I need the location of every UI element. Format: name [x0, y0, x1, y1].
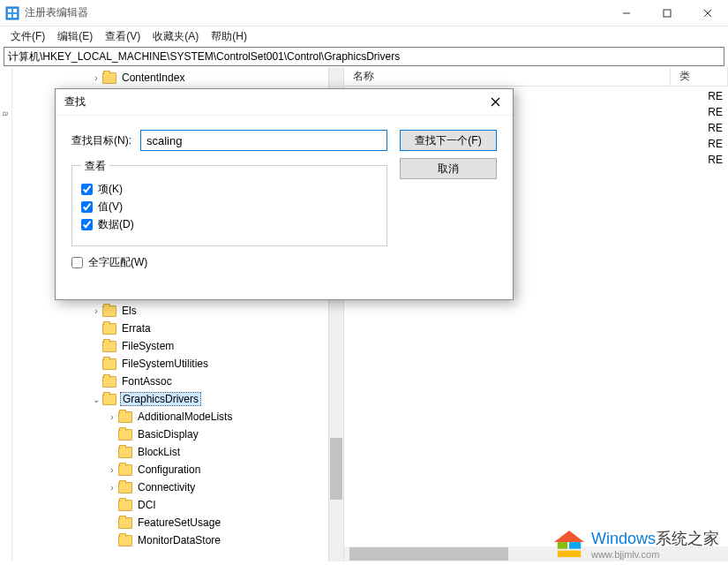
- opt-values[interactable]: 值(V): [81, 200, 378, 215]
- tree-item-label: FeatureSetUsage: [136, 516, 222, 529]
- folder-icon: [118, 535, 132, 546]
- folder-icon: [102, 323, 116, 335]
- tree-item-filesystem[interactable]: FileSystem: [39, 337, 343, 355]
- chevron-right-icon[interactable]: ›: [106, 412, 118, 422]
- window-titlebar: 注册表编辑器: [0, 0, 728, 26]
- folder-icon: [102, 305, 116, 317]
- tree-item-errata[interactable]: Errata: [39, 320, 343, 337]
- opt-wholeword-checkbox[interactable]: [71, 257, 83, 268]
- tree-item-featuresetusage[interactable]: FeatureSetUsage: [39, 514, 343, 531]
- tree-item-label: ContentIndex: [120, 72, 186, 84]
- menu-edit[interactable]: 编辑(E): [52, 27, 98, 46]
- find-target-label: 查找目标(N):: [71, 133, 131, 148]
- opt-values-checkbox[interactable]: [81, 201, 93, 213]
- menubar: 文件(F) 编辑(E) 查看(V) 收藏夹(A) 帮助(H): [0, 26, 728, 46]
- opt-data-checkbox[interactable]: [81, 219, 93, 230]
- menu-help[interactable]: 帮助(H): [206, 27, 252, 46]
- menu-view[interactable]: 查看(V): [100, 27, 146, 46]
- folder-icon: [118, 411, 132, 423]
- dialog-title: 查找: [64, 94, 477, 109]
- tree-item-label: BlockList: [136, 446, 182, 458]
- tree-item-contentindex[interactable]: ›ContentIndex: [39, 69, 343, 87]
- opt-wholeword[interactable]: 全字匹配(W): [71, 255, 387, 270]
- tree-item-label: DCI: [136, 499, 158, 511]
- tree-item-connectivity[interactable]: ›Connectivity: [39, 478, 343, 496]
- tree-item-label: MonitorDataStore: [136, 534, 222, 546]
- col-type[interactable]: 类: [671, 67, 728, 86]
- menu-file[interactable]: 文件(F): [5, 27, 50, 46]
- chevron-right-icon[interactable]: ›: [90, 73, 102, 83]
- menu-favorites[interactable]: 收藏夹(A): [147, 27, 204, 46]
- svg-rect-6: [664, 10, 671, 17]
- dialog-titlebar[interactable]: 查找: [56, 89, 513, 116]
- tree-item-configuration[interactable]: ›Configuration: [39, 461, 343, 478]
- tree-item-label: Configuration: [136, 463, 202, 476]
- tree-item-label: FileSystemUtilities: [120, 358, 210, 370]
- tree-item-dci[interactable]: DCI: [39, 496, 343, 514]
- look-at-group: 查看 项(K) 值(V) 数据(D): [71, 165, 387, 246]
- folder-icon: [118, 517, 132, 529]
- watermark: Windows系统之家 www.bjjmlv.com: [552, 528, 719, 560]
- opt-data[interactable]: 数据(D): [81, 217, 378, 232]
- cancel-button[interactable]: 取消: [400, 158, 497, 179]
- tree-item-graphicsdrivers[interactable]: ⌄GraphicsDrivers: [39, 390, 343, 408]
- tree-item-fontassoc[interactable]: FontAssoc: [39, 373, 343, 390]
- watermark-brand1: Windows: [591, 530, 656, 547]
- app-icon: [5, 6, 19, 20]
- address-bar[interactable]: 计算机\HKEY_LOCAL_MACHINE\SYSTEM\ControlSet…: [4, 47, 724, 66]
- gutter-mark: a: [1, 111, 11, 117]
- watermark-url: www.bjjmlv.com: [591, 549, 719, 560]
- tree-item-label: Els: [120, 305, 139, 317]
- tree-item-label: Errata: [120, 322, 153, 335]
- folder-icon: [102, 341, 116, 352]
- svg-rect-3: [8, 14, 11, 18]
- opt-keys-checkbox[interactable]: [81, 184, 93, 195]
- close-icon: [491, 97, 500, 107]
- tree-item-label: Connectivity: [136, 481, 197, 493]
- folder-icon: [118, 464, 132, 476]
- tree-item-additionalmodelists[interactable]: ›AdditionalModeLists: [39, 408, 343, 426]
- tree-item-els[interactable]: ›Els: [39, 302, 343, 320]
- folder-icon: [118, 429, 132, 441]
- tree-item-monitordatastore[interactable]: MonitorDataStore: [39, 531, 343, 549]
- chevron-right-icon[interactable]: ›: [90, 306, 102, 316]
- left-gutter: a: [0, 67, 12, 561]
- col-name[interactable]: 名称: [344, 67, 671, 86]
- folder-icon: [102, 72, 116, 84]
- opt-keys[interactable]: 项(K): [81, 182, 378, 197]
- svg-rect-4: [13, 14, 17, 18]
- folder-icon: [102, 376, 116, 388]
- svg-rect-14: [558, 551, 581, 558]
- maximize-button[interactable]: [647, 0, 687, 26]
- tree-item-label: AdditionalModeLists: [136, 411, 234, 423]
- house-icon: [552, 529, 586, 559]
- window-title: 注册表编辑器: [25, 5, 606, 20]
- chevron-right-icon[interactable]: ›: [106, 465, 118, 475]
- find-dialog: 查找 查找目标(N): 查看 项(K) 值(V) 数据(D) 全字匹配(W) 查…: [55, 88, 514, 300]
- tree-item-label: BasicDisplay: [136, 428, 200, 441]
- tree-item-filesystemutilities[interactable]: FileSystemUtilities: [39, 355, 343, 373]
- minimize-button[interactable]: [606, 0, 647, 26]
- folder-icon: [102, 394, 116, 405]
- look-at-legend: 查看: [81, 159, 109, 174]
- dialog-close-button[interactable]: [477, 89, 513, 116]
- close-button[interactable]: [687, 0, 728, 26]
- svg-rect-2: [13, 9, 17, 12]
- tree-item-blocklist[interactable]: BlockList: [39, 443, 343, 461]
- svg-rect-13: [569, 542, 581, 549]
- tree-item-basicdisplay[interactable]: BasicDisplay: [39, 426, 343, 443]
- scrollbar-thumb[interactable]: [330, 438, 342, 500]
- folder-icon: [102, 358, 116, 370]
- find-next-button[interactable]: 查找下一个(F): [400, 130, 497, 151]
- folder-icon: [118, 482, 132, 493]
- chevron-right-icon[interactable]: ›: [106, 483, 118, 493]
- chevron-down-icon[interactable]: ⌄: [90, 395, 102, 404]
- tree-item-label: GraphicsDrivers: [120, 392, 201, 406]
- list-header: 名称 类: [344, 67, 728, 87]
- svg-rect-1: [8, 9, 11, 12]
- tree-item-label: FileSystem: [120, 340, 176, 352]
- find-target-input[interactable]: [140, 130, 387, 151]
- svg-marker-11: [554, 531, 584, 542]
- list-h-thumb[interactable]: [349, 547, 508, 561]
- watermark-brand2: 系统之家: [656, 530, 719, 547]
